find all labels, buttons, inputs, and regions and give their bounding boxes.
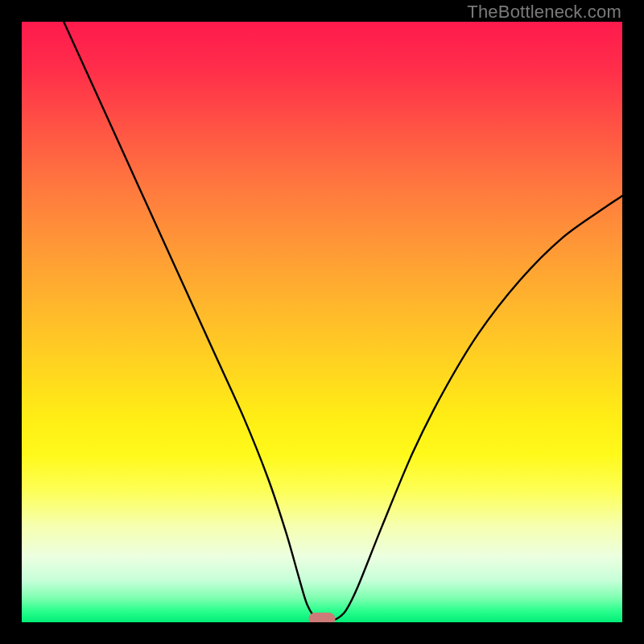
- watermark-text: TheBottleneck.com: [467, 2, 621, 23]
- plot-area: [22, 22, 622, 622]
- curve-path: [64, 22, 622, 621]
- bottleneck-curve: [22, 22, 622, 622]
- chart-frame: TheBottleneck.com: [0, 0, 644, 644]
- optimum-marker: [309, 613, 336, 622]
